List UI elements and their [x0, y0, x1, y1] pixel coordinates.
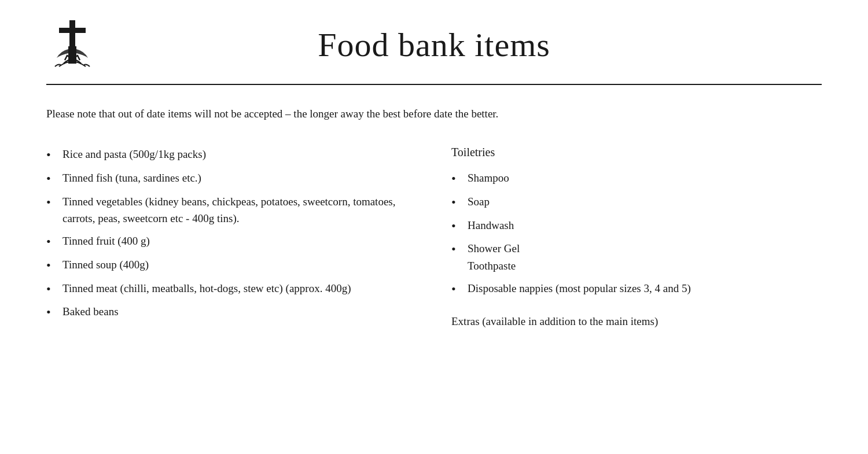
bullet-icon: •	[46, 194, 62, 211]
header-title-area: Food bank items	[110, 25, 822, 64]
item-text: Rice and pasta (500g/1kg packs)	[62, 146, 417, 163]
bullet-icon: •	[46, 234, 62, 250]
list-item: • Tinned vegetables (kidney beans, chick…	[46, 193, 417, 227]
list-item: • Tinned fruit (400 g)	[46, 232, 417, 250]
bullet-icon: •	[451, 194, 468, 211]
toiletries-list: • Shampoo • Soap • Handwash • Shower Gel…	[451, 169, 822, 297]
intro-paragraph: Please note that out of date items will …	[46, 105, 660, 123]
extras-label: Extras (available in addition to the mai…	[451, 315, 822, 328]
page-container: Food bank items Please note that out of …	[0, 0, 868, 454]
list-item: • Tinned meat (chilli, meatballs, hot-do…	[46, 280, 417, 298]
item-text: Tinned fruit (400 g)	[62, 232, 417, 249]
list-item: • Baked beans	[46, 303, 417, 321]
logo-area	[46, 17, 110, 72]
bullet-icon: •	[451, 218, 468, 235]
list-item: • Handwash	[451, 217, 822, 235]
church-logo-icon	[46, 17, 98, 69]
food-items-list: • Rice and pasta (500g/1kg packs) • Tinn…	[46, 146, 417, 320]
bullet-icon: •	[46, 304, 62, 321]
item-text: Shampoo	[468, 169, 822, 186]
svg-rect-1	[59, 28, 86, 33]
list-item: • Shampoo	[451, 169, 822, 187]
page-header: Food bank items	[46, 0, 822, 85]
item-text: Tinned soup (400g)	[62, 256, 417, 273]
content-columns: • Rice and pasta (500g/1kg packs) • Tinn…	[46, 146, 822, 327]
list-item: • Rice and pasta (500g/1kg packs)	[46, 146, 417, 164]
list-item: • Tinned soup (400g)	[46, 256, 417, 274]
item-text: Tinned meat (chilli, meatballs, hot-dogs…	[62, 280, 417, 297]
item-text: Baked beans	[62, 303, 417, 320]
right-column: Toiletries • Shampoo • Soap • Handwash •…	[451, 146, 822, 327]
bullet-icon: •	[451, 281, 468, 298]
bullet-icon: •	[46, 281, 62, 298]
bullet-icon: •	[451, 241, 468, 258]
toiletries-section-title: Toiletries	[451, 146, 822, 159]
bullet-icon: •	[46, 147, 62, 164]
page-title: Food bank items	[110, 25, 758, 64]
item-text: Soap	[468, 193, 822, 210]
bullet-icon: •	[46, 171, 62, 187]
list-item: • Tinned fish (tuna, sardines etc.)	[46, 169, 417, 187]
bullet-icon: •	[451, 171, 468, 187]
item-text: Tinned fish (tuna, sardines etc.)	[62, 169, 417, 186]
list-item: • Disposable nappies (most popular sizes…	[451, 280, 822, 298]
shower-gel-toothpaste-text: Shower GelToothpaste	[468, 240, 822, 274]
list-item: • Shower GelToothpaste	[451, 240, 822, 274]
list-item: • Soap	[451, 193, 822, 211]
item-text: Disposable nappies (most popular sizes 3…	[468, 280, 822, 297]
svg-rect-0	[69, 20, 75, 46]
left-column: • Rice and pasta (500g/1kg packs) • Tinn…	[46, 146, 417, 327]
bullet-icon: •	[46, 257, 62, 274]
item-text: Tinned vegetables (kidney beans, chickpe…	[62, 193, 417, 227]
item-text: Handwash	[468, 217, 822, 234]
